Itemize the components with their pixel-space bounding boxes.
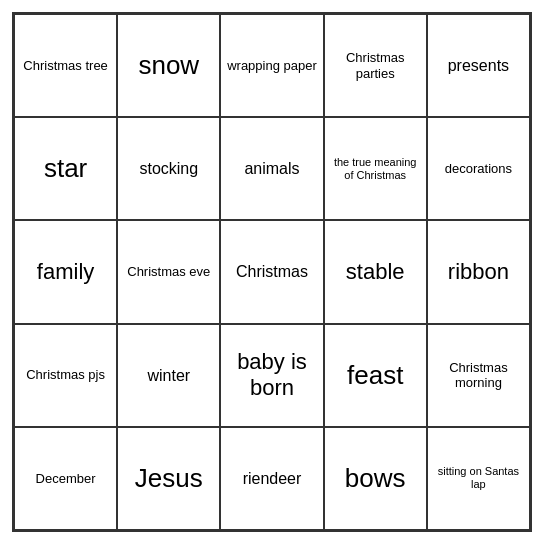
bingo-cell: ribbon <box>427 220 530 323</box>
bingo-cell: family <box>14 220 117 323</box>
bingo-cell: animals <box>220 117 323 220</box>
bingo-board: Christmas treesnowwrapping paperChristma… <box>12 12 532 532</box>
bingo-cell: baby is born <box>220 324 323 427</box>
bingo-cell: Christmas morning <box>427 324 530 427</box>
bingo-cell: Christmas pjs <box>14 324 117 427</box>
bingo-cell: Christmas tree <box>14 14 117 117</box>
bingo-cell: snow <box>117 14 220 117</box>
cell-text: snow <box>122 50 215 81</box>
cell-text: Christmas eve <box>122 264 215 280</box>
bingo-cell: feast <box>324 324 427 427</box>
bingo-cell: Christmas eve <box>117 220 220 323</box>
bingo-cell: decorations <box>427 117 530 220</box>
cell-text: riendeer <box>225 469 318 488</box>
cell-text: Christmas <box>225 262 318 281</box>
cell-text: the true meaning of Christmas <box>329 156 422 182</box>
bingo-cell: bows <box>324 427 427 530</box>
cell-text: ribbon <box>432 259 525 285</box>
cell-text: stocking <box>122 159 215 178</box>
cell-text: presents <box>432 56 525 75</box>
bingo-cell: December <box>14 427 117 530</box>
bingo-cell: stable <box>324 220 427 323</box>
cell-text: animals <box>225 159 318 178</box>
bingo-cell: riendeer <box>220 427 323 530</box>
bingo-cell: stocking <box>117 117 220 220</box>
cell-text: bows <box>329 463 422 494</box>
cell-text: stable <box>329 259 422 285</box>
cell-text: Christmas tree <box>19 58 112 74</box>
cell-text: family <box>19 259 112 285</box>
cell-text: decorations <box>432 161 525 177</box>
cell-text: winter <box>122 366 215 385</box>
cell-text: baby is born <box>225 349 318 402</box>
cell-text: Jesus <box>122 463 215 494</box>
cell-text: Christmas pjs <box>19 367 112 383</box>
cell-text: feast <box>329 360 422 391</box>
bingo-cell: Christmas parties <box>324 14 427 117</box>
bingo-cell: Christmas <box>220 220 323 323</box>
cell-text: wrapping paper <box>225 58 318 74</box>
bingo-cell: Jesus <box>117 427 220 530</box>
bingo-cell: winter <box>117 324 220 427</box>
bingo-cell: wrapping paper <box>220 14 323 117</box>
cell-text: sitting on Santas lap <box>432 465 525 491</box>
bingo-cell: the true meaning of Christmas <box>324 117 427 220</box>
cell-text: December <box>19 471 112 487</box>
bingo-cell: presents <box>427 14 530 117</box>
bingo-cell: star <box>14 117 117 220</box>
cell-text: star <box>19 153 112 184</box>
cell-text: Christmas parties <box>329 50 422 81</box>
cell-text: Christmas morning <box>432 360 525 391</box>
bingo-cell: sitting on Santas lap <box>427 427 530 530</box>
